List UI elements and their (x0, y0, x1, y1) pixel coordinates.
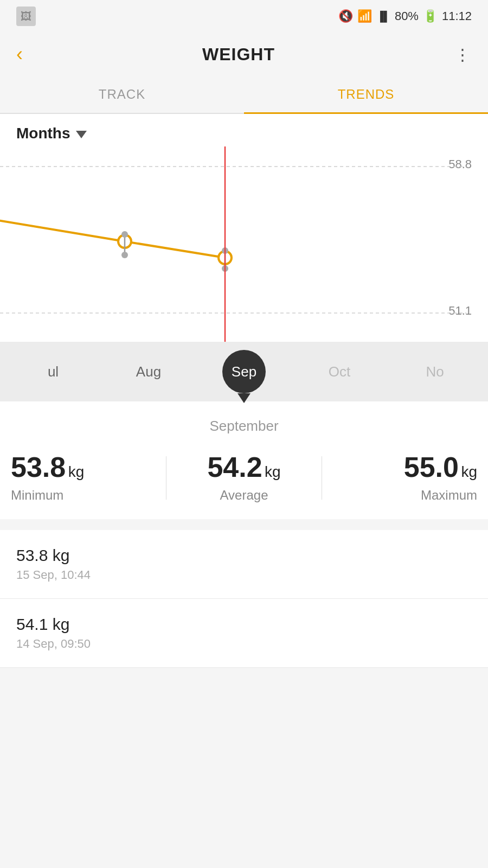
tab-trends[interactable]: TRENDS (244, 76, 488, 113)
menu-button[interactable]: ⋮ (454, 45, 472, 64)
signal-icon: ▐▌ (376, 11, 390, 22)
stats-section: September 53.8 kg Minimum 54.2 kg Averag… (0, 401, 488, 519)
svg-text:58.8: 58.8 (448, 157, 472, 171)
records-section: 53.8 kg 15 Sep, 10:44 54.1 kg 14 Sep, 09… (0, 530, 488, 668)
maximum-label: Maximum (322, 488, 477, 503)
svg-point-8 (121, 252, 128, 258)
stat-average: 54.2 kg Average (166, 451, 322, 503)
battery-percent: 80% (395, 9, 419, 23)
maximum-value: 55.0 (404, 451, 459, 483)
month-bar: ul Aug Sep Oct No (0, 342, 488, 401)
average-value: 54.2 (207, 451, 262, 483)
month-oct[interactable]: Oct (292, 363, 387, 380)
month-nov[interactable]: No (387, 363, 483, 380)
time: 11:12 (442, 9, 472, 23)
page-title: WEIGHT (202, 44, 275, 65)
period-label: Months (16, 125, 70, 142)
tabs: TRACK TRENDS (0, 76, 488, 114)
minimum-label: Minimum (11, 488, 166, 503)
stat-minimum: 53.8 kg Minimum (11, 451, 166, 503)
minimum-unit: kg (68, 463, 85, 480)
stat-maximum: 55.0 kg Maximum (322, 451, 477, 503)
chart-container: Months 58.8 51.1 (0, 114, 488, 342)
maximum-unit: kg (461, 463, 477, 480)
status-bar-right: 🔇 📶 ▐▌ 80% 🔋 11:12 (338, 9, 472, 23)
status-bar: 🖼 🔇 📶 ▐▌ 80% 🔋 11:12 (0, 0, 488, 33)
record-value-1: 54.1 kg (16, 615, 472, 634)
minimum-value: 53.8 (11, 451, 66, 483)
tab-track[interactable]: TRACK (0, 76, 244, 113)
svg-text:51.1: 51.1 (448, 304, 472, 317)
chart-svg: 58.8 51.1 (0, 114, 488, 342)
stats-row: 53.8 kg Minimum 54.2 kg Average 55.0 kg … (11, 451, 477, 503)
status-bar-left: 🖼 (16, 7, 36, 26)
record-date-0: 15 Sep, 10:44 (16, 568, 472, 582)
period-dropdown-icon (76, 131, 87, 138)
record-value-0: 53.8 kg (16, 546, 472, 565)
wifi-icon: 📶 (357, 9, 372, 23)
record-item: 54.1 kg 14 Sep, 09:50 (0, 599, 488, 668)
period-selector[interactable]: Months (16, 125, 87, 142)
back-button[interactable]: ‹ (16, 43, 23, 66)
svg-point-7 (121, 231, 128, 238)
gallery-icon: 🖼 (16, 7, 36, 26)
average-unit: kg (265, 463, 281, 480)
header: ‹ WEIGHT ⋮ (0, 33, 488, 76)
average-label: Average (166, 488, 322, 503)
month-sep[interactable]: Sep (196, 350, 292, 393)
record-item: 53.8 kg 15 Sep, 10:44 (0, 530, 488, 599)
record-date-1: 14 Sep, 09:50 (16, 637, 472, 651)
battery-icon: 🔋 (423, 9, 438, 23)
month-aug[interactable]: Aug (101, 363, 196, 380)
silent-icon: 🔇 (338, 9, 353, 23)
selected-month-title: September (11, 418, 477, 435)
month-jul[interactable]: ul (5, 363, 101, 380)
